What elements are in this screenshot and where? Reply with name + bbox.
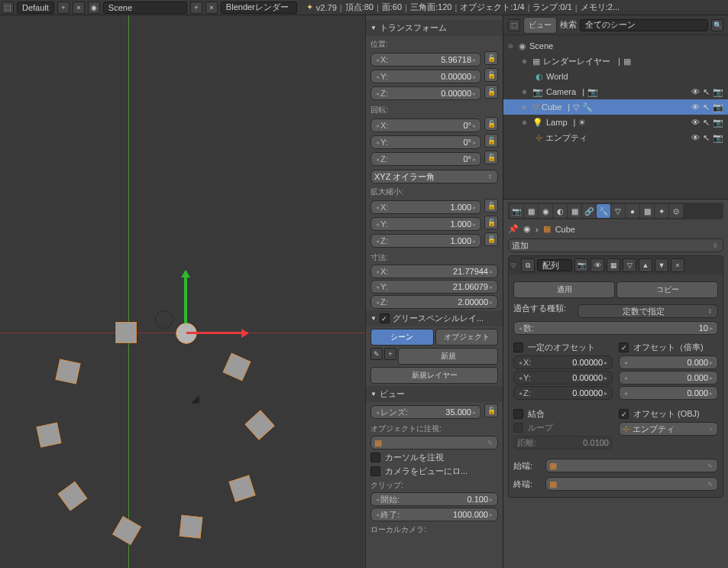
cube-instance[interactable] (36, 422, 61, 447)
mod-edit-icon[interactable]: ▦ (607, 258, 620, 272)
lens-field[interactable]: ◂レンズ:35.000▸ (370, 405, 481, 419)
add-layout-icon[interactable]: + (57, 2, 70, 14)
collapse-icon[interactable]: ▽ (511, 262, 519, 269)
scene-dropdown[interactable]: Scene (103, 2, 187, 14)
sca-z-field[interactable]: ◂Z:1.000▸ (370, 234, 481, 248)
loc-x-field[interactable]: ◂X:5.96718▸ (370, 53, 481, 67)
tab-render[interactable]: 📷 (510, 204, 523, 218)
mod-viewport-icon[interactable]: 👁 (590, 258, 604, 272)
move-up-icon[interactable]: ▲ (639, 258, 652, 272)
cube-instance[interactable] (223, 353, 251, 381)
lock-icon[interactable]: 🔓 (484, 151, 498, 164)
empty-object[interactable] (155, 310, 173, 329)
search-icon[interactable]: 🔍 (711, 19, 723, 31)
lock-icon[interactable]: 🔓 (484, 404, 498, 417)
clip-start-field[interactable]: ◂開始:0.100▸ (370, 492, 498, 506)
rel-offset-checkbox[interactable] (619, 342, 629, 352)
cube-instance[interactable] (57, 481, 87, 511)
cube-instance[interactable] (228, 475, 255, 501)
tree-lamp[interactable]: ⊕💡Lamp|☀👁↖📷 (503, 115, 728, 130)
filter-dropdown[interactable]: 全てのシーン (580, 19, 708, 31)
obj-offset-checkbox[interactable] (619, 409, 629, 419)
lock-icon[interactable]: 🔓 (484, 199, 498, 213)
cube-instance[interactable] (180, 515, 203, 539)
tab-renderlayers[interactable]: ▦ (524, 204, 538, 218)
lock-icon[interactable]: 🔓 (484, 51, 498, 65)
offset-object-field[interactable]: ⊹エンプティ× (619, 422, 718, 436)
gp-object-button[interactable]: オブジェクト (435, 329, 499, 346)
gizmo-x-axis[interactable] (186, 332, 248, 334)
gp-scene-button[interactable]: シーン (370, 329, 434, 346)
apply-button[interactable]: 適用 (513, 281, 615, 298)
move-down-icon[interactable]: ▼ (655, 258, 668, 272)
tree-cube[interactable]: ⊕▽Cube|▽🔧👁↖📷 (503, 99, 728, 115)
tab-constraints[interactable]: 🔗 (582, 204, 596, 218)
editor-type-icon[interactable]: ⬚ (2, 2, 14, 14)
gp-new-button[interactable]: 新規 (398, 348, 498, 365)
focus-object-field[interactable]: ▦✎ (370, 436, 498, 450)
rel-x-field[interactable]: ◂0.000▸ (619, 355, 718, 369)
tab-data[interactable]: ▽ (611, 204, 625, 218)
add-modifier-dropdown[interactable]: 追加⇕ (508, 239, 723, 252)
end-cap-field[interactable]: ▦✎ (545, 477, 718, 491)
sca-y-field[interactable]: ◂Y:1.000▸ (370, 217, 481, 231)
render-engine-dropdown[interactable]: Blenderレンダー (221, 2, 297, 14)
view-panel-header[interactable]: ビュー (366, 386, 503, 402)
rel-y-field[interactable]: ◂0.000▸ (619, 371, 718, 385)
start-cap-field[interactable]: ▦✎ (545, 459, 718, 472)
tree-empty[interactable]: ⊹エンプティ👁↖📷 (503, 130, 728, 145)
view-menu[interactable]: ビュー (523, 17, 557, 34)
loc-y-field[interactable]: ◂Y:0.00000▸ (370, 70, 481, 83)
tab-physics[interactable]: ⊙ (669, 204, 683, 218)
rotation-mode-dropdown[interactable]: XYZ オイラー角⇕ (370, 170, 498, 183)
modifier-name-field[interactable]: 配列 (537, 259, 572, 271)
tree-renderlayers[interactable]: ⊕▦レンダーレイヤー|▦ (503, 54, 728, 69)
const-offset-checkbox[interactable] (513, 342, 523, 352)
tab-modifiers[interactable]: 🔧 (597, 204, 610, 218)
tab-texture[interactable]: ▩ (640, 204, 654, 218)
lock-camera-checkbox[interactable] (370, 466, 380, 476)
tab-material[interactable]: ● (626, 204, 639, 218)
rot-z-field[interactable]: ◂Z:0°▸ (370, 152, 481, 166)
sca-x-field[interactable]: ◂X:1.000▸ (370, 200, 481, 214)
cube-instance[interactable] (115, 322, 137, 343)
dim-x-field[interactable]: ◂X:21.77944▸ (370, 265, 498, 278)
rot-y-field[interactable]: ◂Y:0°▸ (370, 135, 481, 149)
count-field[interactable]: ◂数:10▸ (513, 321, 718, 335)
dim-z-field[interactable]: ◂Z:2.00000▸ (370, 295, 498, 309)
tree-camera[interactable]: ⊕📷Camera|📷👁↖📷 (503, 84, 728, 99)
tree-scene[interactable]: ⊖◉Scene (503, 38, 728, 54)
layout-dropdown[interactable]: Default (17, 2, 54, 14)
add-icon[interactable]: + (384, 348, 396, 360)
merge-checkbox[interactable] (513, 409, 523, 419)
cube-instance[interactable] (55, 359, 80, 384)
lock-cursor-checkbox[interactable] (370, 453, 380, 463)
editor-type-icon[interactable]: ⬚ (508, 19, 520, 31)
lock-icon[interactable]: 🔓 (484, 68, 498, 82)
cube-instance[interactable] (244, 410, 275, 440)
copy-button[interactable]: コピー (616, 281, 718, 298)
scene-icon[interactable]: ◉ (88, 2, 100, 14)
clip-end-field[interactable]: ◂終了:1000.000▸ (370, 508, 498, 521)
3d-viewport[interactable]: ◢ (0, 15, 365, 568)
tab-particles[interactable]: ✦ (655, 204, 668, 218)
transform-panel-header[interactable]: トランスフォーム (366, 20, 503, 36)
mod-cage-icon[interactable]: ▽ (623, 258, 636, 272)
fit-type-dropdown[interactable]: 定数で指定⇕ (578, 304, 718, 318)
lock-icon[interactable]: 🔓 (484, 85, 498, 99)
pin-icon[interactable]: 📌 (508, 224, 519, 234)
pencil-icon[interactable]: ✎ (370, 348, 383, 360)
gp-newlayer-button[interactable]: 新規レイヤー (370, 367, 498, 384)
gizmo-y-axis[interactable] (184, 271, 187, 323)
tab-world[interactable]: ◐ (553, 204, 567, 218)
rel-z-field[interactable]: ◂0.000▸ (619, 386, 718, 400)
close-scene-icon[interactable]: × (205, 2, 218, 14)
delete-modifier-icon[interactable]: × (671, 258, 684, 272)
grease-pencil-header[interactable]: グリースペンシルレイ... (366, 310, 503, 326)
lock-icon[interactable]: 🔓 (484, 216, 498, 229)
tab-scene[interactable]: ◉ (539, 204, 552, 218)
dim-y-field[interactable]: ◂Y:21.06079▸ (370, 280, 498, 294)
loc-z-field[interactable]: ◂Z:0.00000▸ (370, 86, 481, 100)
tree-world[interactable]: ◐World (503, 69, 728, 84)
lock-icon[interactable]: 🔓 (484, 232, 498, 246)
